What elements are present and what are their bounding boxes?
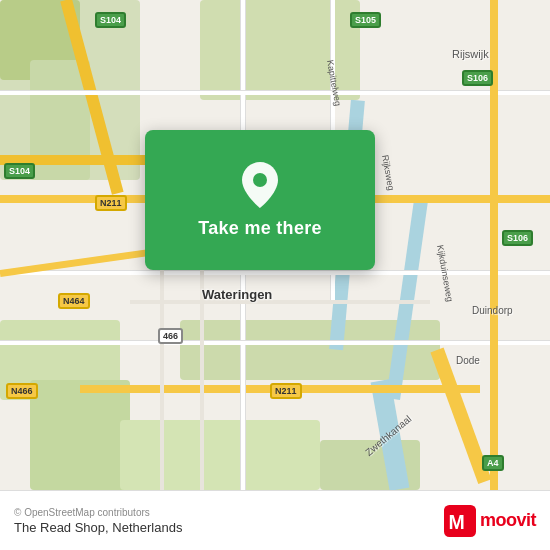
- copyright-text: © OpenStreetMap contributors: [14, 507, 182, 518]
- shield-n211-bottom: N211: [270, 383, 302, 399]
- shield-466: 466: [158, 328, 183, 344]
- label-rijswijk: Rijswijk: [452, 48, 489, 60]
- shield-n464: N464: [58, 293, 90, 309]
- road-horiz-2: [0, 270, 550, 275]
- moovit-logo: M moovit: [444, 505, 536, 537]
- bottom-bar: © OpenStreetMap contributors The Read Sh…: [0, 490, 550, 550]
- take-me-there-card[interactable]: Take me there: [145, 130, 375, 270]
- shield-s106-right: S106: [502, 230, 533, 246]
- svg-text:M: M: [448, 511, 464, 533]
- map-pin-icon: [242, 162, 278, 208]
- svg-point-0: [253, 173, 267, 187]
- label-duindorp: Duindorp: [472, 305, 513, 316]
- label-dode: Dode: [456, 355, 480, 366]
- road-horiz-3: [0, 340, 550, 345]
- moovit-text: moovit: [480, 510, 536, 531]
- moovit-icon: M: [444, 505, 476, 537]
- shield-s104-top: S104: [95, 12, 126, 28]
- take-me-there-label: Take me there: [198, 218, 322, 239]
- location-info: © OpenStreetMap contributors The Read Sh…: [14, 507, 182, 535]
- green-area-5: [30, 380, 130, 490]
- road-local-3: [130, 300, 430, 304]
- green-area-6: [120, 420, 320, 490]
- shield-a4: A4: [482, 455, 504, 471]
- shield-s106-top: S106: [462, 70, 493, 86]
- shield-s104-left: S104: [4, 163, 35, 179]
- road-horiz-1: [0, 90, 550, 95]
- shield-s105: S105: [350, 12, 381, 28]
- location-title: The Read Shop, Netherlands: [14, 520, 182, 535]
- shield-n466: N466: [6, 383, 38, 399]
- shield-n211-left: N211: [95, 195, 127, 211]
- map-container: S104 S104 S105 S106 S106 N211 N464 N466 …: [0, 0, 550, 490]
- label-wateringen: Wateringen: [202, 287, 272, 302]
